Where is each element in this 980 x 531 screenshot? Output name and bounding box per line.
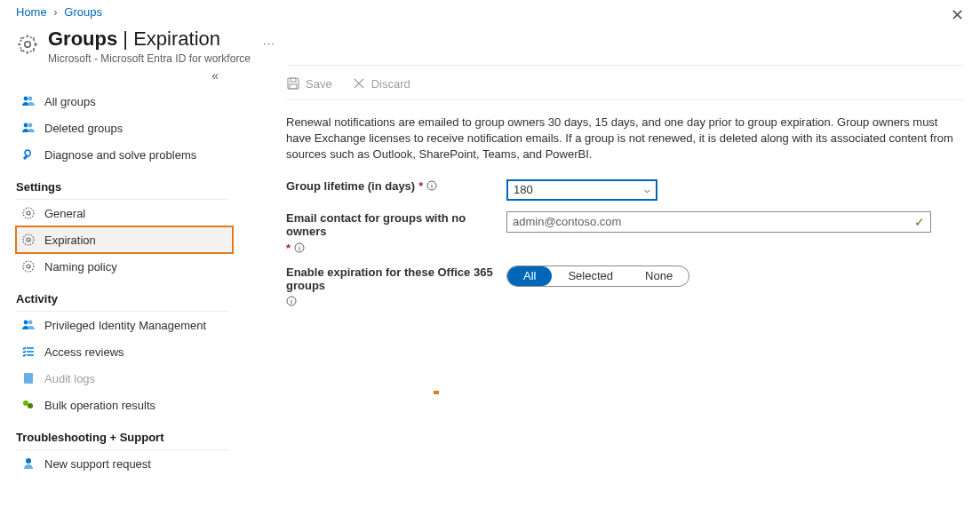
svg-point-0	[25, 42, 31, 48]
svg-rect-19	[291, 78, 296, 82]
lifetime-label: Group lifetime (in days) *	[286, 179, 506, 193]
check-icon: ✓	[914, 215, 925, 229]
sidebar-item-all-groups[interactable]: All groups	[16, 88, 233, 115]
sidebar-item-label: Privileged Identity Management	[44, 319, 206, 332]
svg-point-9	[23, 234, 34, 245]
svg-point-16	[28, 403, 33, 408]
email-value: admin@contoso.com	[513, 215, 621, 228]
svg-rect-14	[24, 373, 33, 384]
sidebar-item-new-support[interactable]: New support request	[16, 450, 233, 477]
chevron-down-icon: ⌵	[644, 184, 650, 195]
checklist-icon	[21, 345, 36, 359]
sidebar-item-diagnose[interactable]: Diagnose and solve problems	[16, 141, 233, 168]
page-title: Groups | Expiration	[48, 28, 251, 51]
enable-pill-group: All Selected None	[506, 266, 689, 287]
discard-button[interactable]: Discard	[352, 76, 410, 91]
lifetime-value: 180	[514, 183, 533, 196]
info-icon[interactable]	[426, 180, 437, 191]
pill-all[interactable]: All	[507, 266, 552, 286]
page-header: Groups | Expiration Microsoft - Microsof…	[0, 22, 980, 65]
gear-icon	[21, 206, 36, 220]
group-icon	[21, 121, 36, 135]
sidebar-item-label: Naming policy	[44, 260, 117, 273]
svg-point-1	[20, 36, 35, 52]
info-icon[interactable]	[294, 242, 305, 253]
svg-point-7	[23, 208, 34, 218]
gear-icon	[21, 233, 36, 247]
sidebar-item-label: New support request	[44, 457, 151, 471]
gear-icon	[16, 33, 39, 56]
sidebar-item-naming-policy[interactable]: Naming policy	[16, 253, 233, 280]
sidebar-item-general[interactable]: General	[16, 200, 233, 226]
svg-point-17	[26, 458, 31, 464]
sidebar-item-pim[interactable]: Privileged Identity Management	[16, 312, 233, 338]
bulk-icon	[21, 398, 36, 412]
breadcrumb: Home › Groups	[0, 0, 980, 22]
discard-label: Discard	[371, 77, 410, 91]
sidebar-item-label: All groups	[44, 95, 96, 108]
collapse-icon[interactable]: «	[211, 68, 219, 83]
main-panel: Save Discard Renewal notifications are e…	[286, 65, 980, 477]
email-label: Email contact for groups with no owners …	[286, 211, 506, 255]
support-icon	[21, 456, 36, 471]
sidebar: « All groups Deleted groups Diagnose and…	[0, 65, 233, 477]
svg-point-2	[24, 97, 28, 101]
sidebar-item-label: Expiration	[44, 234, 96, 247]
lifetime-dropdown[interactable]: 180 ⌵	[506, 179, 657, 201]
sidebar-item-label: General	[44, 207, 85, 220]
marker-icon	[434, 391, 439, 394]
sidebar-item-deleted-groups[interactable]: Deleted groups	[16, 115, 233, 141]
gear-icon	[21, 259, 36, 273]
sidebar-item-label: Audit logs	[44, 372, 95, 385]
breadcrumb-home[interactable]: Home	[16, 5, 47, 19]
save-label: Save	[306, 77, 332, 91]
sidebar-item-expiration[interactable]: Expiration	[16, 226, 233, 253]
close-icon[interactable]: ✕	[951, 7, 964, 23]
chevron-right-icon: ›	[53, 5, 57, 19]
breadcrumb-groups[interactable]: Groups	[64, 5, 102, 19]
info-text: Renewal notifications are emailed to gro…	[286, 100, 964, 174]
sidebar-item-bulk-results[interactable]: Bulk operation results	[16, 392, 233, 418]
save-icon	[286, 76, 300, 91]
group-icon	[21, 318, 36, 332]
enable-label: Enable expiration for these Office 365 g…	[286, 266, 506, 306]
sidebar-item-label: Deleted groups	[44, 122, 123, 135]
page-subtitle: Microsoft - Microsoft Entra ID for workf…	[48, 52, 251, 65]
svg-point-5	[28, 123, 33, 128]
more-icon[interactable]: ···	[263, 36, 275, 50]
save-button[interactable]: Save	[286, 76, 332, 91]
svg-point-3	[28, 97, 33, 101]
svg-point-12	[24, 321, 28, 325]
toolbar: Save Discard	[286, 65, 964, 100]
svg-point-10	[27, 265, 30, 268]
svg-point-8	[27, 238, 30, 242]
sidebar-section-activity: Activity	[16, 280, 227, 312]
pill-none[interactable]: None	[629, 266, 689, 286]
wrench-icon	[21, 147, 36, 162]
svg-point-13	[28, 321, 33, 325]
info-icon[interactable]	[286, 296, 297, 306]
sidebar-item-label: Access reviews	[44, 345, 124, 359]
sidebar-item-label: Diagnose and solve problems	[44, 148, 196, 162]
sidebar-item-label: Bulk operation results	[44, 399, 155, 412]
svg-point-15	[23, 400, 28, 406]
sidebar-item-audit-logs[interactable]: Audit logs	[16, 365, 233, 392]
group-icon	[21, 94, 36, 108]
email-field[interactable]: admin@contoso.com ✓	[506, 211, 931, 233]
sidebar-item-access-reviews[interactable]: Access reviews	[16, 338, 233, 365]
sidebar-section-settings: Settings	[16, 168, 227, 200]
discard-icon	[352, 76, 366, 91]
svg-point-4	[24, 123, 28, 128]
required-icon: *	[418, 179, 423, 193]
pill-selected[interactable]: Selected	[552, 266, 629, 286]
svg-point-11	[23, 261, 34, 272]
log-icon	[21, 371, 36, 385]
sidebar-section-troubleshoot: Troubleshooting + Support	[16, 418, 227, 450]
required-icon: *	[286, 242, 291, 255]
svg-point-6	[27, 211, 30, 215]
svg-rect-20	[290, 84, 297, 89]
